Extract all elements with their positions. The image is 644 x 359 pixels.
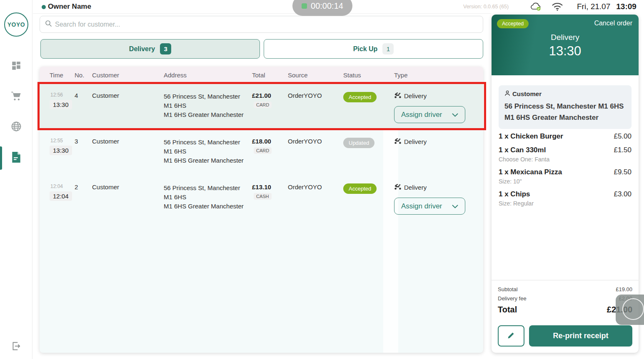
sidebar-item-cart[interactable] (0, 85, 32, 109)
order-row-4[interactable]: 12:56 13:30 4 Customer 56 Princess St, M… (40, 84, 483, 129)
assign-driver-button[interactable]: Assign driver (394, 106, 465, 123)
floating-overlay-button[interactable] (616, 295, 644, 325)
status-badge: Accepted (343, 183, 377, 194)
order-item: 1 x Can 330ml £1.50 Choose One: Fanta (499, 146, 632, 163)
yoyo-logo-text: YOYO (7, 21, 25, 28)
order-item: 1 x Chicken Burger £5.00 (499, 132, 632, 141)
orders-table: Time No. Customer Address Total Source S… (40, 67, 483, 353)
order-customer: Customer (92, 183, 164, 221)
order-source: OrderYOYO (288, 138, 341, 175)
search-icon (45, 20, 52, 29)
time-due-chip: 13:30 (50, 100, 72, 109)
scooter-delivery-icon (394, 138, 402, 146)
cancel-order-button[interactable]: Cancel order (594, 20, 632, 27)
customer-card-label: Customer (512, 90, 542, 97)
type-label: Delivery (404, 138, 427, 145)
item-modifier: Size: Regular (499, 200, 632, 207)
order-source: OrderYOYO (288, 183, 341, 221)
payment-method-chip: CARD (254, 147, 272, 154)
order-source: OrderYOYO (288, 92, 341, 129)
order-time: 12:04 12:04 (40, 183, 75, 221)
order-customer: Customer (92, 138, 164, 175)
order-total: £13.10 CASH (252, 183, 288, 221)
wifi-icon (552, 2, 563, 13)
yoyo-logo: YOYO (4, 12, 28, 37)
order-type: Delivery (394, 138, 483, 175)
timer-value: 00:00:14 (311, 1, 343, 11)
order-type: Delivery Assign driver (394, 183, 483, 221)
header-type: Type (394, 72, 483, 79)
header-status: Status (341, 72, 394, 79)
order-customer: Customer (92, 92, 164, 129)
order-status: Accepted (341, 183, 394, 221)
app-version: Version: 0.0.65 (65) (463, 4, 509, 10)
chevron-down-icon (452, 111, 458, 119)
globe-icon (10, 121, 22, 134)
edit-order-button[interactable] (498, 325, 524, 347)
order-row-2[interactable]: 12:04 12:04 2 Customer 56 Princess St, M… (40, 175, 483, 221)
order-address: 56 Princess St, Manchester M1 6HS M1 6HS… (164, 92, 252, 129)
order-total: £18.00 CARD (252, 138, 288, 175)
assign-driver-button[interactable]: Assign driver (394, 198, 465, 215)
order-time: 12:56 13:30 (40, 92, 75, 129)
owner-status-dot (42, 5, 46, 9)
type-label: Delivery (404, 92, 427, 99)
reprint-receipt-button[interactable]: Re-print receipt (529, 325, 632, 347)
order-time: 12:55 13:30 (40, 138, 75, 175)
header-source: Source (288, 72, 341, 79)
tab-pickup-label: Pick Up (353, 45, 378, 53)
dashboard-grid-icon (11, 60, 22, 73)
total-row: Total £21.00 (498, 305, 632, 314)
order-item: 1 x Chips £3.00 Size: Regular (499, 190, 632, 207)
date-label: Fri, 21.07 (577, 2, 610, 11)
header-total: Total (252, 72, 288, 79)
status-badge: Accepted (343, 92, 377, 102)
cloud-sync-icon (530, 2, 543, 13)
tab-delivery-label: Delivery (129, 45, 155, 53)
order-address: 56 Princess St, Manchester M1 6HS M1 6HS… (164, 183, 252, 221)
session-timer[interactable]: 00:00:14 (292, 0, 352, 16)
header-address: Address (164, 72, 252, 79)
order-detail-header: Accepted Cancel order Delivery 13:30 (492, 15, 639, 75)
sidebar-item-logout[interactable] (0, 335, 32, 359)
header-customer: Customer (92, 72, 164, 79)
customer-address: 56 Princess St, Manchester M1 6HS M1 6HS… (504, 101, 626, 123)
search-input[interactable] (55, 21, 478, 28)
pos-app-window: YOYO Owner Name (0, 0, 644, 359)
order-status: Updated (341, 138, 394, 175)
sidebar-item-dashboard[interactable] (0, 55, 32, 78)
sidebar-item-online[interactable] (0, 116, 32, 139)
chevron-down-icon (452, 202, 458, 210)
customer-card: Customer 56 Princess St, Manchester M1 6… (499, 85, 632, 129)
pencil-icon (507, 331, 515, 341)
order-due-time: 13:30 (492, 44, 639, 59)
tab-delivery[interactable]: Delivery 3 (40, 39, 260, 59)
order-type: Delivery Assign driver (394, 92, 483, 129)
payment-method-chip: CASH (254, 193, 272, 200)
person-icon (504, 90, 510, 97)
header-time: Time (40, 72, 75, 79)
order-item: 1 x Mexicana Pizza £9.50 Size: 10" (499, 168, 632, 185)
order-number: 4 (75, 92, 92, 129)
top-bar (33, 0, 491, 14)
scooter-delivery-icon (394, 92, 402, 100)
tab-pickup-count-badge: 1 (382, 43, 394, 54)
order-status: Accepted (341, 92, 394, 129)
logout-icon (11, 341, 22, 353)
header-no: No. (75, 72, 92, 79)
recording-timer-dot (302, 3, 307, 9)
order-address: 56 Princess St, Manchester M1 6HS M1 6HS… (164, 138, 252, 175)
scooter-delivery-icon (394, 183, 402, 191)
payment-method-chip: CARD (254, 102, 272, 108)
order-row-3[interactable]: 12:55 13:30 3 Customer 56 Princess St, M… (40, 129, 483, 175)
sidebar-item-orders[interactable] (0, 146, 32, 170)
sidebar: YOYO (0, 0, 32, 359)
clock-label: 13:09 (616, 2, 637, 11)
type-label: Delivery (404, 184, 427, 191)
owner-name: Owner Name (48, 2, 91, 11)
overlay-ring-icon (622, 298, 644, 320)
tab-pickup[interactable]: Pick Up 1 (264, 39, 483, 59)
date-time: Fri, 21.0713:09 (577, 2, 637, 11)
tab-delivery-count-badge: 3 (160, 43, 171, 54)
customer-search (40, 16, 483, 33)
